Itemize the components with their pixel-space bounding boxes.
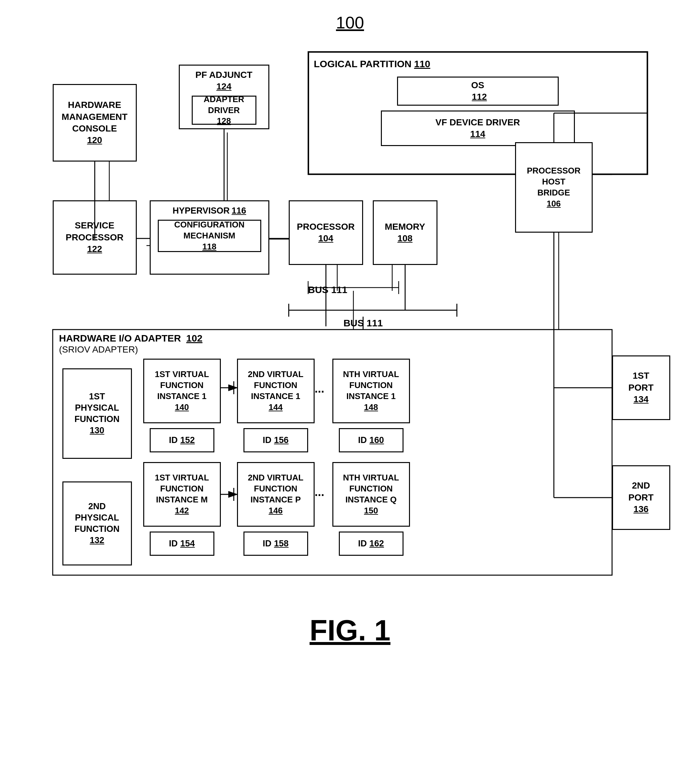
logical-partition-label: LOGICAL PARTITION [314, 58, 412, 70]
port-2nd-label: 2NDPORT [628, 480, 654, 504]
vf1-instM-ref: 142 [175, 506, 189, 516]
id-158-label: ID [263, 538, 271, 549]
logical-partition-ref: 110 [414, 58, 430, 70]
config-mechanism-label: CONFIGURATIONMECHANISM [174, 220, 245, 241]
service-processor-box: SERVICEPROCESSOR 122 [53, 200, 137, 274]
vf1-inst1-label: 1ST VIRTUALFUNCTIONINSTANCE 1 [155, 369, 209, 402]
hmc-ref: 120 [62, 135, 128, 146]
config-mechanism-ref: 118 [202, 241, 216, 252]
diagram-container: LOGICAL PARTITION 110 OS 112 VF DEVICE D… [43, 45, 657, 595]
pf-adjunct-label: PF ADJUNCT [195, 69, 252, 81]
service-processor-ref: 122 [66, 243, 123, 255]
vf1-instM-box: 1ST VIRTUALFUNCTIONINSTANCE M 142 [143, 462, 221, 527]
diagram-title: 100 [336, 13, 364, 32]
vf2-inst1-ref: 144 [269, 402, 283, 413]
processor-104-box: PROCESSOR 104 [289, 200, 363, 265]
vf2-instP-ref: 146 [269, 506, 283, 516]
vfN-instQ-ref: 150 [364, 506, 378, 516]
vf-device-driver-box: VF DEVICE DRIVER 114 [381, 110, 575, 146]
phys-func-2-label: 2NDPHYSICALFUNCTION [74, 501, 119, 535]
id-162-box: ID 162 [339, 532, 403, 556]
hypervisor-label: HYPERVISOR [173, 205, 230, 216]
hw-io-adapter-subtitle: (SRIOV ADAPTER) [59, 344, 138, 354]
hypervisor-ref: 116 [232, 205, 246, 216]
id-154-ref: 154 [180, 538, 195, 549]
vf-device-driver-ref: 114 [470, 128, 485, 140]
port-1st-ref: 134 [633, 394, 648, 405]
vf2-instP-box: 2ND VIRTUALFUNCTIONINSTANCE P 146 [237, 462, 315, 527]
hardware-mgmt-console-box: HARDWAREMANAGEMENTCONSOLE 120 [53, 84, 137, 161]
id-154-box: ID 154 [150, 532, 214, 556]
processor-host-bridge-box: PROCESSORHOSTBRIDGE 106 [515, 142, 593, 233]
memory-108-box: MEMORY 108 [373, 200, 437, 265]
hmc-label: HARDWAREMANAGEMENTCONSOLE [62, 99, 128, 135]
svg-text:BUS 111: BUS 111 [343, 318, 383, 328]
os-box: OS 112 [397, 77, 559, 106]
logical-partition-box: LOGICAL PARTITION 110 OS 112 VF DEVICE D… [308, 52, 648, 175]
id-162-ref: 162 [369, 538, 384, 549]
id-152-label: ID [169, 434, 178, 446]
fig-label: FIG. 1 [309, 614, 390, 647]
id-160-ref: 160 [369, 434, 384, 446]
vf2-inst1-box: 2ND VIRTUALFUNCTIONINSTANCE 1 144 [237, 359, 315, 423]
vf1-inst1-box: 1ST VIRTUALFUNCTIONINSTANCE 1 140 [143, 359, 221, 423]
service-processor-label: SERVICEPROCESSOR [66, 220, 123, 243]
adapter-driver-ref: 128 [217, 116, 231, 126]
id-152-box: ID 152 [150, 428, 214, 452]
vf2-instP-label: 2ND VIRTUALFUNCTIONINSTANCE P [248, 472, 303, 505]
port-2nd-box: 2NDPORT 136 [612, 465, 670, 530]
id-160-box: ID 160 [339, 428, 403, 452]
port-1st-label: 1STPORT [628, 370, 654, 394]
proc-host-bridge-ref: 106 [547, 198, 561, 210]
id-158-box: ID 158 [243, 532, 308, 556]
processor-label: PROCESSOR [297, 221, 355, 233]
memory-label: MEMORY [385, 221, 425, 233]
memory-ref: 108 [397, 233, 413, 244]
vf1-instM-label: 1ST VIRTUALFUNCTIONINSTANCE M [155, 472, 209, 505]
id-156-box: ID 156 [243, 428, 308, 452]
phys-func-1-ref: 130 [90, 425, 104, 436]
vfN-inst1-label: NTH VIRTUALFUNCTIONINSTANCE 1 [343, 369, 399, 402]
adapter-driver-label: ADAPTERDRIVER [204, 94, 245, 116]
svg-text:...: ... [314, 382, 324, 395]
vf1-inst1-ref: 140 [175, 402, 189, 413]
id-152-ref: 152 [180, 434, 195, 446]
id-154-label: ID [169, 538, 178, 549]
hypervisor-box: HYPERVISOR 116 CONFIGURATIONMECHANISM 11… [150, 200, 269, 274]
id-156-label: ID [263, 434, 271, 446]
vfN-inst1-box: NTH VIRTUALFUNCTIONINSTANCE 1 148 [332, 359, 410, 423]
id-158-ref: 158 [274, 538, 288, 549]
phys-func-2-ref: 132 [90, 535, 104, 546]
pf-adjunct-ref: 124 [195, 81, 252, 92]
proc-host-bridge-label: PROCESSORHOSTBRIDGE [527, 165, 580, 198]
vf2-inst1-label: 2ND VIRTUALFUNCTIONINSTANCE 1 [248, 369, 303, 402]
vfN-instQ-box: NTH VIRTUALFUNCTIONINSTANCE Q 150 [332, 462, 410, 527]
vfN-inst1-ref: 148 [364, 402, 378, 413]
vf-device-driver-label: VF DEVICE DRIVER [435, 116, 520, 128]
phys-func-1-box: 1STPHYSICALFUNCTION 130 [62, 368, 132, 459]
vfN-instQ-label: NTH VIRTUALFUNCTIONINSTANCE Q [343, 472, 399, 505]
id-156-ref: 156 [274, 434, 288, 446]
os-ref: 112 [472, 91, 487, 103]
pf-adjunct-box: PF ADJUNCT 124 ADAPTERDRIVER 128 [179, 65, 269, 129]
id-162-label: ID [358, 538, 367, 549]
hw-io-adapter-label: HARDWARE I/O ADAPTER 102 (SRIOV ADAPTER) [59, 333, 203, 355]
config-mechanism-box: CONFIGURATIONMECHANISM 118 [158, 220, 261, 252]
os-label: OS [471, 80, 484, 91]
svg-text:...: ... [314, 485, 324, 499]
id-160-label: ID [358, 434, 367, 446]
phys-func-1-label: 1STPHYSICALFUNCTION [74, 391, 119, 425]
processor-ref: 104 [318, 233, 333, 244]
bus-label: BUS 111 [308, 284, 348, 295]
adapter-driver-box: ADAPTERDRIVER 128 [192, 96, 257, 125]
port-2nd-ref: 136 [633, 504, 648, 515]
port-1st-box: 1STPORT 134 [612, 356, 670, 420]
phys-func-2-box: 2NDPHYSICALFUNCTION 132 [62, 481, 132, 565]
